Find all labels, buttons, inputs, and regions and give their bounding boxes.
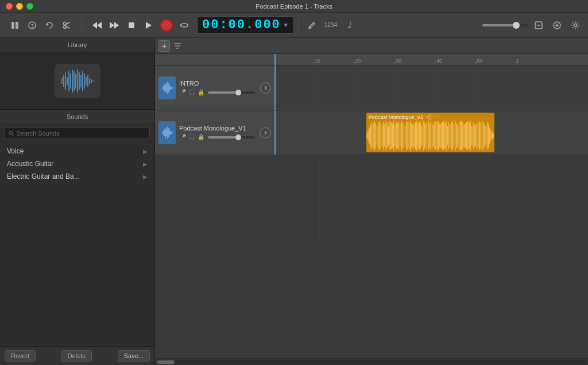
stop-button[interactable] xyxy=(123,17,140,33)
svg-marker-13 xyxy=(146,22,152,29)
svg-rect-131 xyxy=(425,124,425,147)
fast-forward-button[interactable] xyxy=(106,17,122,33)
transport-controls xyxy=(87,17,195,33)
track-icon-intro xyxy=(158,76,176,99)
timeline-ruler: :10 :20 :30 :40 :50 1 xyxy=(276,54,588,66)
svg-rect-88 xyxy=(370,125,370,147)
transport-time: 00:00.000 xyxy=(202,18,281,32)
audio-clip-monologue[interactable]: Podcast Monologue_V1 ⓘ xyxy=(366,113,494,152)
ruler-mark-30: :30 xyxy=(394,58,402,64)
rewind-button[interactable] xyxy=(89,17,105,33)
search-input[interactable] xyxy=(16,130,146,137)
track-mute-monologue[interactable]: 🎤 xyxy=(179,134,186,140)
minimize-button[interactable] xyxy=(16,3,23,10)
track-lock-intro[interactable]: 🔒 xyxy=(198,89,204,95)
svg-rect-116 xyxy=(406,122,407,149)
delete-button[interactable]: Delete xyxy=(61,350,92,362)
add-track-button[interactable]: + xyxy=(158,40,170,52)
play-button[interactable] xyxy=(141,17,157,33)
library-item-voice[interactable]: Voice ▶ xyxy=(0,145,154,157)
svg-rect-98 xyxy=(383,122,384,149)
track-timeline-monologue[interactable]: Podcast Monologue_V1 ⓘ xyxy=(276,110,588,155)
svg-rect-160 xyxy=(462,122,463,149)
svg-rect-155 xyxy=(456,123,457,148)
scrollbar-track[interactable] xyxy=(157,360,586,364)
revert-button[interactable]: Revert xyxy=(5,350,36,362)
svg-rect-113 xyxy=(402,122,403,149)
sounds-header: Sounds xyxy=(0,110,154,124)
svg-rect-96 xyxy=(380,124,381,148)
record-button[interactable] xyxy=(160,19,173,32)
chevron-icon: ▶ xyxy=(143,174,148,180)
svg-rect-162 xyxy=(465,124,465,148)
svg-rect-138 xyxy=(434,122,435,149)
track-headphone-monologue[interactable]: 🎧 xyxy=(188,134,195,140)
svg-rect-107 xyxy=(394,125,395,147)
pencil-tool-button[interactable] xyxy=(304,17,320,33)
svg-rect-177 xyxy=(484,124,485,147)
svg-rect-1 xyxy=(16,22,18,29)
svg-rect-125 xyxy=(417,124,418,148)
svg-rect-172 xyxy=(478,124,478,148)
track-lock-monologue[interactable]: 🔒 xyxy=(198,134,204,140)
help-button[interactable]: ? xyxy=(24,17,40,33)
close-button[interactable] xyxy=(6,3,13,10)
track-timeline-intro[interactable] xyxy=(276,66,588,110)
svg-rect-174 xyxy=(480,123,481,148)
svg-point-42 xyxy=(9,131,13,135)
track-icon-monologue xyxy=(158,121,176,144)
svg-rect-163 xyxy=(466,122,467,149)
track-volume-intro[interactable] xyxy=(208,91,255,94)
export-button[interactable] xyxy=(531,17,547,33)
waveform-preview-icon xyxy=(55,64,100,98)
main-layout: Library xyxy=(0,38,588,365)
window-controls[interactable] xyxy=(6,3,33,10)
scrollbar-thumb[interactable] xyxy=(157,360,175,364)
save-button[interactable]: Save... xyxy=(118,350,150,362)
ruler-marks: :10 :20 :30 :40 :50 1 xyxy=(276,54,588,65)
track-buttons-intro: 🎤 🎧 🔒 xyxy=(179,89,256,95)
transport-display[interactable]: 00:00.000 ▼ xyxy=(197,16,294,34)
transport-dropdown-arrow[interactable]: ▼ xyxy=(283,22,289,28)
ruler-mark-1: 1 xyxy=(516,58,519,64)
clip-waveform-svg xyxy=(366,119,494,152)
svg-rect-136 xyxy=(431,123,432,148)
svg-point-5 xyxy=(64,25,67,28)
library-item-acoustic[interactable]: Acoustic Guitar ▶ xyxy=(0,157,154,170)
svg-rect-100 xyxy=(385,121,386,151)
horizontal-scrollbar[interactable] xyxy=(155,358,588,365)
svg-rect-164 xyxy=(467,121,468,150)
track-volume-monologue[interactable] xyxy=(208,136,255,139)
tracks-container: INTRO 🎤 🎧 🔒 xyxy=(155,66,588,358)
track-pan-monologue[interactable] xyxy=(260,127,271,139)
track-name-monologue: Podcast Monologue_V1 xyxy=(179,125,256,132)
library-footer: Revert Delete Save... xyxy=(0,346,154,365)
track-buttons-monologue: 🎤 🎧 🔒 xyxy=(179,134,256,140)
svg-rect-183 xyxy=(492,132,492,139)
loop-region-button[interactable] xyxy=(41,17,57,33)
maximize-button[interactable] xyxy=(26,3,33,10)
master-volume-slider[interactable] xyxy=(482,24,528,26)
ruler-mark-40: :40 xyxy=(435,58,442,64)
svg-rect-129 xyxy=(423,121,423,151)
metronome-button[interactable]: ♩ xyxy=(342,17,358,33)
settings-button[interactable] xyxy=(567,17,583,33)
counter-button[interactable]: 1234 xyxy=(322,17,339,33)
svg-rect-181 xyxy=(489,128,490,144)
scissor-button[interactable] xyxy=(59,17,75,33)
svg-rect-156 xyxy=(457,125,458,147)
svg-rect-115 xyxy=(405,126,405,145)
library-button[interactable] xyxy=(7,17,23,33)
svg-rect-85 xyxy=(366,133,367,138)
track-pan-intro[interactable] xyxy=(260,82,271,94)
cycle-button[interactable] xyxy=(176,17,192,33)
library-item-electric[interactable]: Electric Guitar and Ba... ▶ xyxy=(0,170,154,183)
track-headphone-intro[interactable]: 🎧 xyxy=(188,89,195,95)
svg-marker-9 xyxy=(97,22,102,29)
chevron-icon: ▶ xyxy=(143,148,148,155)
svg-rect-120 xyxy=(411,124,412,147)
svg-rect-97 xyxy=(382,125,382,147)
share-button[interactable] xyxy=(549,17,565,33)
svg-rect-137 xyxy=(433,125,434,147)
track-mute-intro[interactable]: 🎤 xyxy=(179,89,186,95)
